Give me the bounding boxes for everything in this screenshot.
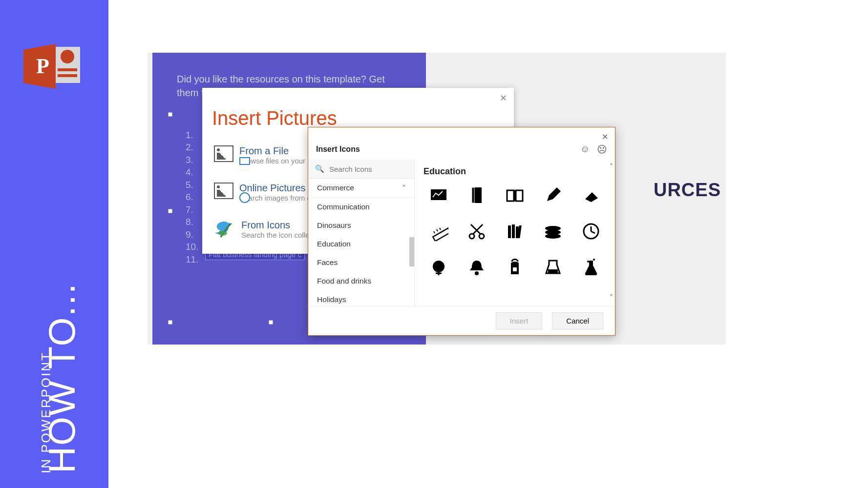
- category-communication[interactable]: Communication: [308, 198, 414, 216]
- ruler-icon[interactable]: [423, 220, 454, 243]
- svg-line-16: [440, 228, 441, 230]
- svg-point-31: [433, 261, 445, 272]
- feedback-sad-icon[interactable]: ☹: [597, 143, 607, 155]
- svg-point-32: [475, 271, 479, 275]
- insert-icons-title: Insert Icons: [316, 145, 360, 154]
- globe-badge-icon: [239, 192, 250, 203]
- flask-icon[interactable]: [576, 256, 606, 279]
- book-stack-icon[interactable]: [538, 220, 568, 243]
- scroll-up-icon[interactable]: ˄: [610, 163, 613, 170]
- feedback-happy-icon[interactable]: ☺: [580, 143, 590, 155]
- svg-point-1: [61, 50, 74, 63]
- image-file-icon: [214, 145, 233, 162]
- sidebar: P HOW TO... IN POWERPOINT: [0, 0, 108, 488]
- category-scrollbar[interactable]: [409, 237, 414, 266]
- svg-rect-21: [508, 225, 511, 238]
- svg-line-20: [471, 224, 481, 234]
- category-education[interactable]: Education: [308, 235, 414, 253]
- selection-handle[interactable]: [269, 320, 273, 325]
- icon-grid: [423, 183, 606, 279]
- search-row: 🔍: [308, 160, 414, 179]
- pencil-icon[interactable]: [538, 183, 568, 207]
- svg-point-36: [593, 259, 595, 261]
- search-icon: 🔍: [315, 164, 324, 173]
- chevron-up-icon: ˄: [402, 184, 405, 192]
- svg-rect-9: [472, 187, 474, 203]
- svg-rect-33: [513, 267, 517, 271]
- category-commerce[interactable]: Commerce˄: [308, 179, 414, 198]
- eraser-icon[interactable]: [576, 183, 606, 207]
- notebook-icon[interactable]: [462, 183, 492, 207]
- insert-pictures-title: Insert Pictures: [212, 107, 337, 129]
- clock-icon[interactable]: [576, 220, 606, 243]
- from-file-desc: Browse files on your c: [239, 157, 311, 165]
- category-panel: 🔍 Commerce˄ Communication Dinosaurs Educ…: [308, 160, 415, 306]
- svg-line-15: [437, 229, 438, 231]
- bookshelf-icon[interactable]: [500, 220, 530, 243]
- category-faces[interactable]: Faces: [308, 253, 414, 272]
- svg-point-6: [218, 231, 227, 236]
- svg-point-27: [545, 226, 561, 231]
- from-file-option[interactable]: From a FileBrowse files on your c: [214, 145, 311, 165]
- board-chart-icon[interactable]: [423, 183, 454, 207]
- category-food-and-drinks[interactable]: Food and drinks: [308, 272, 414, 290]
- from-file-title: From a File: [239, 145, 311, 157]
- close-icon[interactable]: ✕: [602, 132, 608, 142]
- scroll-down-icon[interactable]: ˅: [610, 293, 613, 301]
- svg-rect-22: [512, 224, 515, 238]
- from-icons-title: From Icons: [241, 220, 313, 231]
- scissors-icon[interactable]: [462, 220, 492, 243]
- online-pictures-option[interactable]: Online PicturesSearch images from o: [214, 183, 311, 202]
- category-dinosaurs[interactable]: Dinosaurs: [308, 216, 414, 235]
- svg-marker-12: [585, 192, 598, 202]
- svg-line-30: [591, 231, 595, 233]
- slide-resources-text: URCES: [654, 180, 721, 201]
- howto-subtitle: IN POWERPOINT: [39, 351, 54, 473]
- beaker-icon[interactable]: [538, 256, 568, 279]
- from-icons-desc: Search the icon collec: [241, 231, 313, 239]
- powerpoint-logo: P: [23, 44, 82, 91]
- from-icons-option[interactable]: From IconsSearch the icon collec: [214, 220, 313, 239]
- insert-button[interactable]: Insert: [496, 312, 543, 329]
- backpack-icon[interactable]: [500, 256, 530, 279]
- close-icon[interactable]: ✕: [500, 93, 507, 103]
- selection-handle[interactable]: [168, 320, 172, 325]
- svg-text:P: P: [36, 54, 49, 78]
- online-pictures-desc: Search images from o: [239, 194, 311, 202]
- svg-marker-11: [547, 187, 561, 201]
- svg-rect-34: [548, 269, 558, 273]
- svg-rect-13: [433, 228, 448, 241]
- insert-icons-dialog: ✕ Insert Icons ☺ ☹ 🔍 Commerce˄ Communica…: [308, 127, 615, 336]
- svg-line-19: [473, 224, 483, 234]
- bell-icon[interactable]: [462, 256, 492, 279]
- category-holidays[interactable]: Holidays: [308, 290, 414, 306]
- cancel-button[interactable]: Cancel: [552, 312, 603, 329]
- selection-handle[interactable]: [168, 112, 172, 117]
- selection-handle[interactable]: [168, 209, 172, 213]
- image-online-icon: [214, 183, 233, 199]
- monitor-badge-icon: [239, 157, 250, 165]
- svg-point-35: [587, 261, 589, 263]
- slide-list-numbers: 1. 2. 3. 4. 5. 6. 7. 8. 9. 10. 11.: [186, 129, 198, 265]
- bird-leaf-icon: [214, 220, 235, 238]
- svg-rect-2: [58, 68, 77, 71]
- category-title: Education: [423, 166, 606, 177]
- online-pictures-title: Online Pictures: [239, 183, 311, 194]
- search-input[interactable]: [329, 165, 407, 173]
- globe-icon[interactable]: [423, 256, 454, 279]
- open-book-icon[interactable]: [500, 183, 530, 207]
- svg-line-14: [434, 231, 435, 233]
- svg-rect-3: [58, 74, 77, 77]
